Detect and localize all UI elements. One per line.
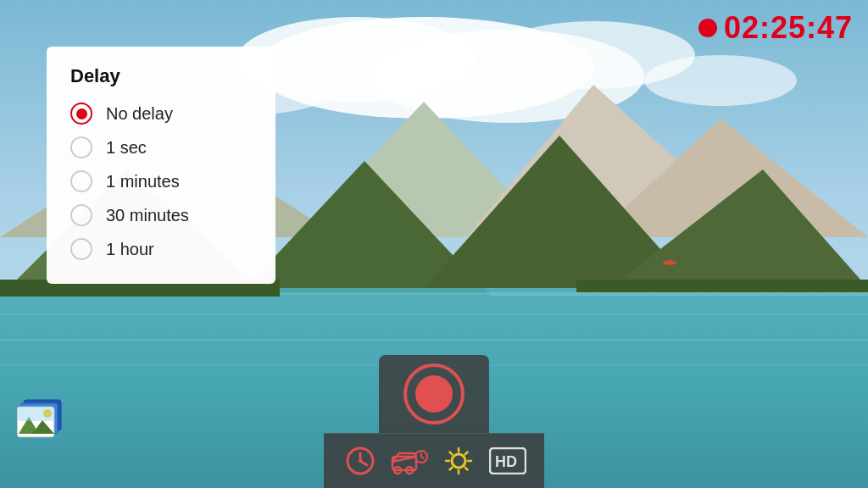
recording-dot — [698, 19, 717, 37]
delay-option-1hour[interactable]: 1 hour — [70, 238, 242, 260]
record-button-container — [379, 355, 489, 433]
svg-line-47 — [465, 468, 468, 470]
delay-panel: Delay No delay 1 sec 1 minutes 30 minute… — [47, 47, 275, 284]
bottom-toolbar: HD — [324, 355, 544, 488]
delay-label-1min: 1 minutes — [106, 172, 180, 191]
interval-icon — [391, 445, 428, 477]
radio-1hour[interactable] — [70, 238, 92, 260]
svg-text:HD: HD — [495, 453, 517, 470]
delay-label-no-delay: No delay — [106, 104, 173, 124]
radio-1sec[interactable] — [70, 136, 92, 158]
hd-toolbar-icon[interactable]: HD — [485, 441, 531, 481]
recording-time: 02:25:47 — [724, 10, 853, 46]
record-button[interactable] — [403, 363, 465, 424]
radio-1min[interactable] — [70, 170, 92, 192]
radio-30min[interactable] — [70, 204, 92, 226]
svg-point-41 — [452, 454, 465, 468]
delay-option-1min[interactable]: 1 minutes — [70, 170, 242, 192]
delay-label-30min: 30 minutes — [106, 206, 189, 225]
svg-line-48 — [465, 452, 468, 455]
radio-no-delay[interactable] — [70, 103, 92, 125]
record-button-inner — [415, 375, 453, 413]
svg-rect-29 — [18, 408, 53, 421]
svg-line-49 — [450, 468, 453, 470]
delay-label-1hour: 1 hour — [106, 240, 154, 259]
svg-rect-18 — [0, 339, 868, 341]
gallery-svg — [17, 395, 71, 442]
delay-panel-title: Delay — [70, 65, 242, 87]
delay-label-1sec: 1 sec — [106, 138, 147, 158]
svg-point-22 — [663, 260, 676, 265]
svg-line-46 — [450, 452, 453, 455]
delay-option-no-delay[interactable]: No delay — [70, 103, 242, 125]
svg-point-33 — [359, 459, 362, 463]
clock-icon — [344, 445, 376, 477]
svg-rect-21 — [576, 280, 868, 292]
interval-toolbar-icon[interactable] — [387, 441, 432, 481]
svg-line-40 — [421, 457, 424, 458]
radio-inner-no-delay — [76, 108, 87, 119]
delay-toolbar-icon[interactable] — [337, 441, 383, 481]
svg-rect-17 — [0, 313, 868, 315]
brightness-toolbar-icon[interactable] — [436, 441, 481, 481]
svg-point-6 — [644, 55, 797, 106]
sub-toolbar: HD — [324, 433, 544, 488]
brightness-icon — [442, 445, 475, 477]
delay-option-30min[interactable]: 30 minutes — [70, 204, 242, 226]
gallery-icon[interactable] — [17, 395, 71, 446]
recording-indicator: 02:25:47 — [698, 10, 853, 46]
delay-option-1sec[interactable]: 1 sec — [70, 136, 242, 158]
hd-icon: HD — [489, 447, 526, 474]
